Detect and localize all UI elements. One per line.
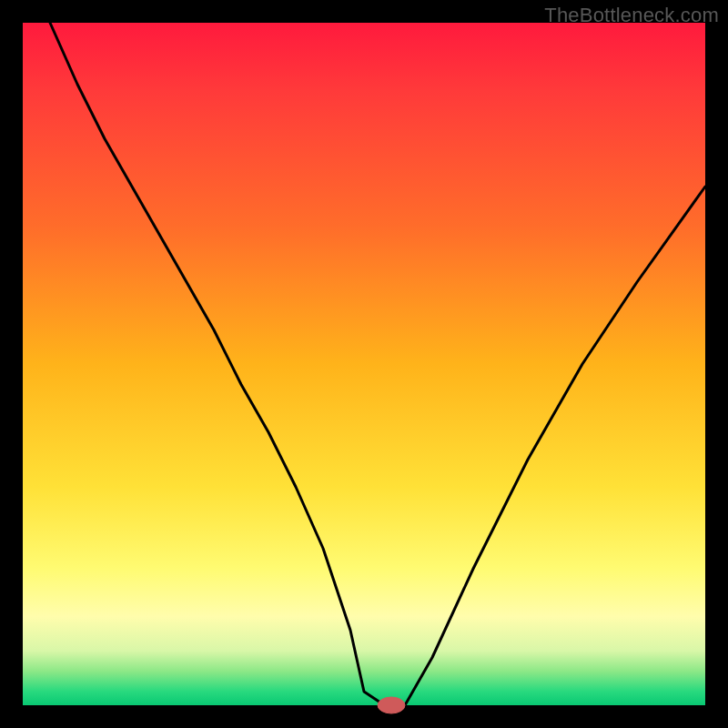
plot-area — [23, 23, 705, 705]
bottleneck-curve — [50, 23, 705, 705]
watermark-text: TheBottleneck.com — [544, 4, 719, 27]
chart-svg — [23, 23, 705, 705]
optimum-marker — [378, 697, 405, 713]
chart-frame: TheBottleneck.com — [0, 0, 728, 728]
